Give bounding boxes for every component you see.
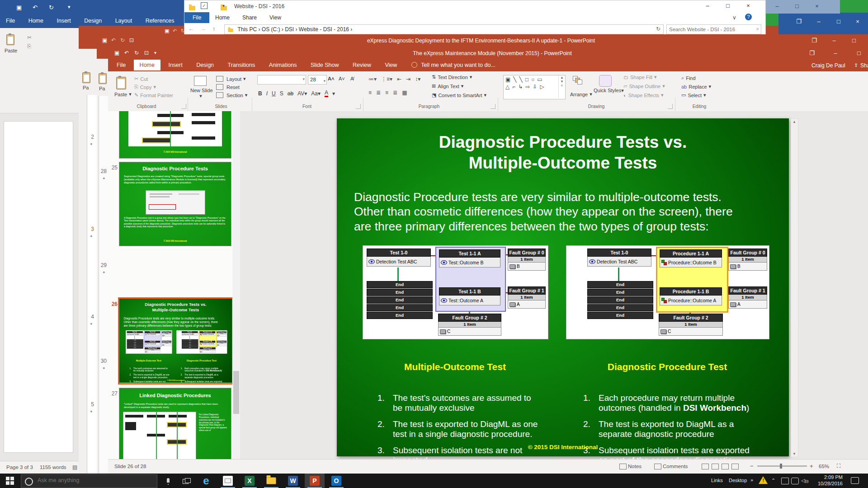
text-direction-button[interactable]: ⇅Text Direction▾ [432,74,472,80]
drawing-dialog-launcher-icon[interactable] [668,104,673,109]
desktop-toolbar[interactable]: Desktop [729,478,747,483]
new-slide-button[interactable]: New Slide▾ [190,88,211,99]
close-icon[interactable]: × [865,37,868,44]
font-color-button[interactable]: A [325,89,328,97]
word-titlebar[interactable]: ▣ ↶ ↻ ▾ [0,0,184,15]
zoom-level[interactable]: 65% [819,464,829,469]
microphone-button[interactable] [158,474,178,488]
background-window-titlebar[interactable]: ❐ – □ × [778,13,868,35]
cut-button[interactable]: ✂Cut [134,76,148,82]
shapes-row-1[interactable]: ▣╲╲□○▭ [504,75,565,84]
numbering-button[interactable]: ⋮≡▾ [381,76,392,82]
tell-me-box[interactable]: Tell me what you want to do... [421,60,501,70]
word-tab-home[interactable]: Home [23,15,49,26]
restore-icon[interactable]: ❐ [791,18,807,25]
zoom-slider[interactable] [757,465,807,467]
shapes-scroll[interactable]: ▲▼≡ [558,75,565,98]
align-right-button[interactable]: ≡ [385,89,388,96]
shape-fill-button[interactable]: 🗀Shape Fill▾ [623,74,656,80]
start-button[interactable] [0,474,20,488]
shadow-button[interactable]: S [280,90,283,97]
word-word-count[interactable]: 1155 words [40,465,66,470]
explorer-search-box[interactable]: ⌕ [666,24,761,34]
explorer-search-input[interactable] [667,25,751,34]
align-left-button[interactable]: ≡ [368,89,372,96]
char-spacing-button[interactable]: AV▾ [297,90,307,97]
increase-indent-button[interactable]: ⇥ [406,76,410,82]
ppt-back-titlebar[interactable]: ▣ ↶ ↻ ⊡ eXpress Diagnostic Deployment to… [97,34,868,47]
copy-icon[interactable]: ⎘ [27,43,31,49]
word-page-count[interactable]: Page 3 of 3 [6,465,33,470]
background-window2-titlebar[interactable]: – □ × [765,0,840,14]
minimize-icon[interactable]: – [700,2,715,9]
taskbar-powerpoint-button[interactable]: P [305,474,325,488]
arrange-button[interactable]: Arrange▾ [570,91,592,97]
quick-styles-button[interactable]: Quick Styles▾ [594,88,617,94]
close-icon[interactable]: × [741,2,756,9]
ppt-tab-view[interactable]: View [379,60,403,70]
taskbar-search-input[interactable] [37,477,147,484]
taskbar-outlook-button[interactable]: O [326,474,346,488]
maximize-icon[interactable]: □ [720,2,736,9]
show-hidden-icons-button[interactable]: ⌃ [771,478,775,483]
slideshow-icon[interactable]: ⊡ [144,50,149,56]
font-dialog-launcher-icon[interactable] [356,104,361,109]
paste-icon[interactable] [116,77,126,89]
links-toolbar[interactable]: Links [711,478,723,483]
proofing-icon[interactable]: ▤ [72,464,77,470]
zoom-slider-handle[interactable] [780,464,782,469]
justify-button[interactable]: ≣ [393,89,397,96]
ppt-tab-design[interactable]: Design [190,60,220,70]
thumb-number[interactable]: 30 [98,358,107,364]
find-button[interactable]: ⌕Find [681,75,696,81]
scrollbar-thumb[interactable] [233,371,239,414]
qat-more-icon[interactable]: ▾ [68,4,71,10]
taskbar-word-button[interactable]: W [283,474,303,488]
plug-icon[interactable] [791,478,799,484]
thumb-number[interactable]: 28 [98,168,107,174]
close-icon[interactable]: × [850,18,865,25]
word-tab-file[interactable]: File [0,15,21,26]
explorer-menu-view[interactable]: View [269,14,281,21]
strikethrough-button[interactable]: ab [288,90,293,97]
explorer-menu-home[interactable]: Home [215,14,230,21]
toolbar-chevron-icon[interactable]: » [750,477,753,483]
paragraph-dialog-launcher-icon[interactable] [491,104,495,109]
ppt-tab-file[interactable]: File [111,60,132,70]
explorer-titlebar[interactable]: ✓ ▾ Website - DSI - 2016 – □ × [184,0,765,12]
restore-icon[interactable]: ❐ [804,50,820,56]
taskbar-explorer-button[interactable] [261,474,281,488]
zoom-in-button[interactable]: + [810,463,813,469]
ppt-tab-home[interactable]: Home [134,60,160,70]
minimize-icon[interactable]: – [828,50,843,56]
ppt-tab-transitions[interactable]: Transitions [222,60,261,70]
ppt-tab-slideshow[interactable]: Slide Show [305,60,345,70]
word-tab-design[interactable]: Design [78,15,108,26]
grow-font-icon[interactable]: A˄ [328,76,334,81]
redo-icon[interactable]: ↻ [134,50,139,56]
reset-button[interactable]: Reset [215,84,240,90]
ppt-titlebar[interactable]: ▣ ↶ ↻ ⊡ ▾ The eXpress Maintenance Module… [108,47,868,60]
ppt-tab-animations[interactable]: Animations [263,60,303,70]
address-box[interactable]: This PC › OS (C:) › DSI › Website - DSI … [224,24,664,34]
save-icon[interactable]: ▣ [16,4,22,11]
notes-button[interactable]: Notes [618,464,642,469]
slide-canvas[interactable]: Diagnostic Procedure Tests vs.Multiple-O… [337,118,789,456]
view-buttons[interactable] [700,464,740,469]
close-icon[interactable]: × [809,3,825,9]
shrink-font-icon[interactable]: A˅ [339,76,345,81]
smartart-button[interactable]: ⬔Convert to SmartArt▾ [432,92,486,98]
undo-icon[interactable]: ↶ [124,50,129,56]
explorer-menu-file[interactable]: File [184,12,209,23]
thumb-number[interactable]: 29 [98,262,107,268]
thumb-number[interactable]: 25 [108,164,118,171]
cut-icon[interactable]: ✂ [27,34,32,41]
maximize-icon[interactable]: □ [846,37,862,44]
decrease-indent-button[interactable]: ⇤ [397,76,401,82]
underline-button[interactable]: U [272,90,276,97]
format-painter-button[interactable]: ✎Format Painter [134,92,173,98]
minimize-icon[interactable]: – [769,3,785,9]
ppt-tab-review[interactable]: Review [347,60,377,70]
line-spacing-button[interactable]: ↕▾ [415,76,420,82]
thumbnail-slide-26[interactable]: Diagnostic Procedure Tests vs.Multiple-O… [118,297,233,385]
